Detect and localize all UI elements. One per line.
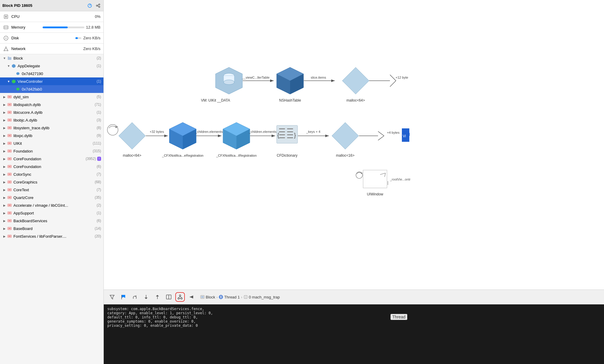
expand-arrow-dyld[interactable] — [2, 95, 7, 99]
arrow-label-children1: _children.elements — [195, 130, 223, 133]
expand-arrow-corefoundation2[interactable] — [2, 164, 7, 169]
quartzcore-label: QuartzCore — [13, 195, 94, 200]
svg-rect-34 — [8, 127, 11, 128]
cpu-resource: CPU 0% — [0, 11, 103, 22]
svg-rect-32 — [8, 119, 11, 121]
console-line-1: subsystem: com.apple.BackBoardServices.f… — [107, 307, 600, 311]
lib-icon-quartzcore — [7, 195, 12, 200]
libdispatch-label: libdispatch.dylib — [13, 102, 94, 107]
tree-item-coretext[interactable]: CoreText (7) — [0, 186, 103, 194]
memory-bar — [43, 27, 68, 28]
tree-item-addr2[interactable]: 0x7d42fab0 — [0, 85, 103, 93]
tree-item-libdispatch[interactable]: libdispatch.dylib (71) — [0, 101, 103, 108]
console-line-5: privacy_setting: 0, enable_private_data:… — [107, 323, 600, 328]
expand-arrow-colorsync[interactable] — [2, 172, 7, 176]
svg-rect-58 — [8, 220, 11, 221]
tree-item-backboard[interactable]: BackBoardServices (6) — [0, 217, 103, 225]
expand-arrow-fontservices[interactable] — [2, 234, 7, 238]
tree-item-libxpc[interactable]: libxpc.dylib (9) — [0, 132, 103, 139]
svg-rect-95 — [279, 134, 285, 135]
network-label: Network — [11, 46, 83, 51]
tree-item-dyld[interactable]: dyld_sim (5) — [0, 93, 103, 101]
process-header: Block PID 18605 — [0, 0, 103, 11]
lib-icon-libobjc — [7, 118, 12, 122]
expand-arrow-block[interactable] — [2, 56, 7, 60]
tree-item-colorsync[interactable]: ColorSync (7) — [0, 170, 103, 178]
tree-item-libobjc[interactable]: libobjc.A.dylib (3) — [0, 116, 103, 124]
toolbar: Block › Thread 1 › f 0 mach_msg_trap — [104, 290, 604, 304]
share-icon[interactable] — [95, 3, 101, 9]
console-line-3: default_ttl: 0, info_ttl: 0, debug_ttl: … — [107, 315, 600, 319]
flag-button[interactable] — [119, 292, 128, 302]
svg-line-18 — [6, 48, 8, 50]
expand-arrow-appdelegate[interactable] — [7, 64, 11, 68]
tree-item-uikit[interactable]: UIKit (111) — [0, 139, 103, 147]
step-into-button[interactable] — [141, 292, 151, 302]
expand-arrow-libdispatch[interactable] — [2, 102, 7, 107]
libobjc-label: libobjc.A.dylib — [13, 118, 95, 122]
tree-item-corefoundation1[interactable]: CoreFoundation (3952) ! — [0, 155, 103, 163]
svg-rect-94 — [287, 131, 293, 132]
expand-arrow-corefoundation1[interactable] — [2, 157, 7, 161]
network-value: Zero KB/s — [83, 46, 100, 51]
expand-arrow-quartzcore[interactable] — [2, 195, 7, 200]
svg-rect-50 — [8, 189, 11, 190]
expand-arrow-backboard[interactable] — [2, 219, 7, 223]
expand-arrow-libicucore[interactable] — [2, 110, 7, 114]
graph-area: VM: UIKit __DATA __viewC...llerTable NSH… — [104, 0, 604, 290]
malloc64-left-label: malloc<64> — [123, 153, 141, 158]
step-out-button[interactable] — [153, 292, 162, 302]
memory-icon — [3, 24, 9, 30]
folder-icon — [7, 56, 12, 60]
tree-item-coregraphics[interactable]: CoreGraphics (68) — [0, 178, 103, 186]
expand-arrow-appsupport[interactable] — [2, 211, 7, 215]
share-button[interactable] — [187, 292, 196, 302]
disk-value: Zero KB/s — [83, 36, 100, 40]
cpu-value: 0% — [95, 14, 100, 19]
tree-item-quartzcore[interactable]: QuartzCore (35) — [0, 194, 103, 201]
svg-marker-24 — [16, 88, 19, 91]
lib-icon-libxpc — [7, 133, 12, 138]
expand-arrow-vc[interactable] — [7, 79, 11, 83]
panel-split-button[interactable] — [164, 292, 174, 302]
expand-arrow-coretext[interactable] — [2, 188, 7, 192]
tree-item-addr1[interactable]: 0x7d427190 — [0, 70, 103, 77]
cube-green-icon-vc — [11, 79, 16, 84]
expand-arrow-accelerate[interactable] — [2, 203, 7, 207]
cube-small-icon — [16, 71, 20, 76]
process-title: Block PID 18605 — [2, 3, 87, 8]
tree-item-foundation[interactable]: Foundation (315) — [0, 147, 103, 155]
expand-arrow-foundation[interactable] — [2, 149, 7, 153]
tree-item-libsystemtrace[interactable]: libsystem_trace.dylib (8) — [0, 124, 103, 132]
tree-item-baseboard[interactable]: BaseBoard (14) — [0, 225, 103, 232]
svg-text:f: f — [245, 296, 246, 298]
tree-item-block[interactable]: Block (2) — [0, 54, 103, 62]
expand-arrow-coregraphics[interactable] — [2, 180, 7, 184]
tree-item-fontservices[interactable]: FontServices / libFontParser.... (20) — [0, 232, 103, 240]
filter-button[interactable] — [107, 292, 117, 302]
expand-arrow-baseboard[interactable] — [2, 226, 7, 231]
tree-item-libicucore[interactable]: libicucore.A.dylib (1) — [0, 108, 103, 116]
expand-arrow-uikit[interactable] — [2, 141, 7, 145]
tree-item-corefoundation2[interactable]: CoreFoundation (6) — [0, 163, 103, 170]
graph-view-button[interactable] — [175, 292, 185, 302]
expand-arrow-addr1 — [11, 71, 15, 76]
step-over-button[interactable] — [130, 292, 140, 302]
tree-item-appsupport[interactable]: AppSupport (1) — [0, 209, 103, 217]
tree-item-appdelegate[interactable]: AppDelegate (1) — [0, 62, 103, 70]
svg-text:{: { — [277, 132, 279, 139]
tree-item-viewcontroller[interactable]: ViewController (1) — [0, 77, 103, 85]
lib-icon-backboard — [7, 218, 12, 223]
addr2-label: 0x7d42fab0 — [22, 87, 101, 91]
expand-arrow-libsystemtrace[interactable] — [2, 126, 7, 130]
cube-icon-appdelegate — [11, 63, 16, 68]
colorsync-label: ColorSync — [13, 172, 95, 177]
memory-resource: Memory 12.8 MB — [0, 22, 103, 33]
appsupport-label: AppSupport — [13, 211, 95, 215]
svg-marker-119 — [156, 295, 159, 296]
tree-item-accelerate[interactable]: Accelerate / vImage / libCGInt... (2) — [0, 201, 103, 209]
expand-arrow-libxpc[interactable] — [2, 133, 7, 138]
refresh-icon[interactable] — [87, 3, 93, 9]
libxpc-count: (9) — [97, 133, 101, 138]
expand-arrow-libobjc[interactable] — [2, 118, 7, 122]
